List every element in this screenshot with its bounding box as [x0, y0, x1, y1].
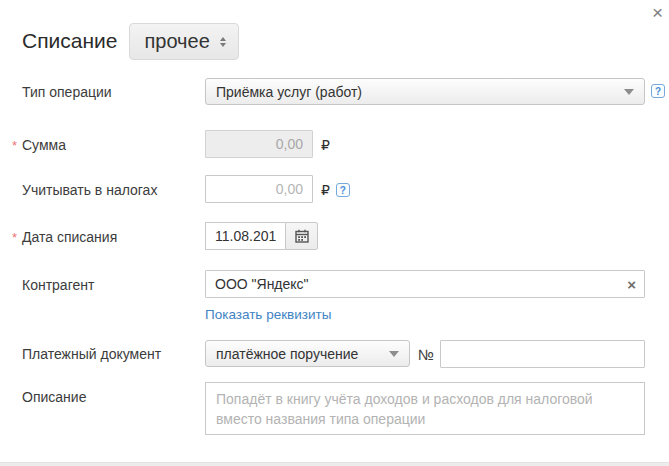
- operation-type-select[interactable]: Приёмка услуг (работ): [205, 78, 645, 105]
- counterparty-wrap: ×: [205, 270, 645, 298]
- clear-icon[interactable]: ×: [627, 277, 636, 292]
- required-asterisk: *: [12, 138, 22, 153]
- footer-divider: [0, 462, 669, 466]
- date-label: *Дата списания: [12, 229, 117, 245]
- amount-currency: ₽: [321, 137, 330, 153]
- amount-input[interactable]: [205, 130, 313, 158]
- page-title: Списание: [22, 29, 117, 53]
- chevron-down-icon: [389, 351, 399, 357]
- counterparty-label: Контрагент: [12, 277, 94, 293]
- calendar-button[interactable]: [285, 222, 318, 250]
- modal-header: Списание прочее: [22, 22, 239, 60]
- required-asterisk: *: [12, 230, 22, 245]
- calendar-icon: [295, 229, 309, 243]
- tax-amount-extras: ₽ ?: [321, 182, 350, 198]
- chevron-down-icon: [624, 89, 634, 95]
- spinner-arrows-icon: [220, 37, 226, 47]
- payment-document-value: платёжное поручение: [216, 346, 358, 362]
- tax-amount-input[interactable]: [205, 175, 313, 203]
- help-icon[interactable]: ?: [651, 84, 665, 98]
- ruble-sign: ₽: [321, 182, 330, 198]
- description-textarea[interactable]: [205, 382, 645, 435]
- document-number-label: №: [418, 346, 434, 363]
- close-icon[interactable]: ×: [652, 2, 663, 24]
- show-requisites-link[interactable]: Показать реквизиты: [205, 307, 331, 322]
- help-icon[interactable]: ?: [336, 183, 350, 197]
- date-input[interactable]: [205, 222, 285, 250]
- ruble-sign: ₽: [321, 137, 330, 153]
- amount-label: *Сумма: [12, 137, 66, 153]
- operation-type-label: Тип операции: [12, 84, 112, 100]
- payment-document-select[interactable]: платёжное поручение: [205, 340, 410, 367]
- counterparty-input[interactable]: [205, 270, 645, 298]
- operation-type-help: ?: [651, 84, 665, 98]
- date-group: [205, 222, 318, 250]
- document-number-input[interactable]: [440, 340, 645, 368]
- write-off-type-value: прочее: [144, 30, 209, 53]
- payment-document-label: Платежный документ: [12, 346, 161, 362]
- operation-type-value: Приёмка услуг (работ): [216, 84, 362, 100]
- write-off-modal: × Списание прочее Тип операции Приёмка у…: [0, 0, 669, 466]
- description-label: Описание: [12, 389, 86, 405]
- write-off-type-select[interactable]: прочее: [129, 23, 238, 60]
- document-number-label-wrap: №: [418, 346, 434, 363]
- tax-amount-label: Учитывать в налогах: [12, 182, 157, 198]
